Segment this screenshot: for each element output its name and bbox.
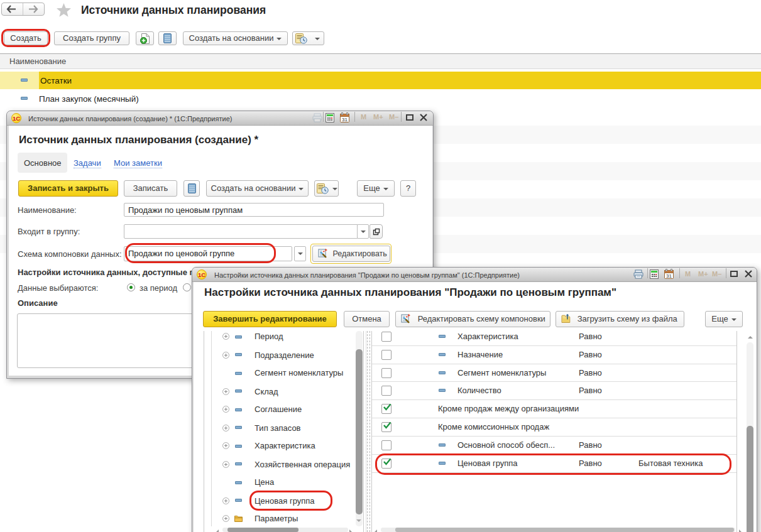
svg-text:31: 31 [342, 117, 348, 122]
svg-text:31: 31 [666, 273, 672, 279]
